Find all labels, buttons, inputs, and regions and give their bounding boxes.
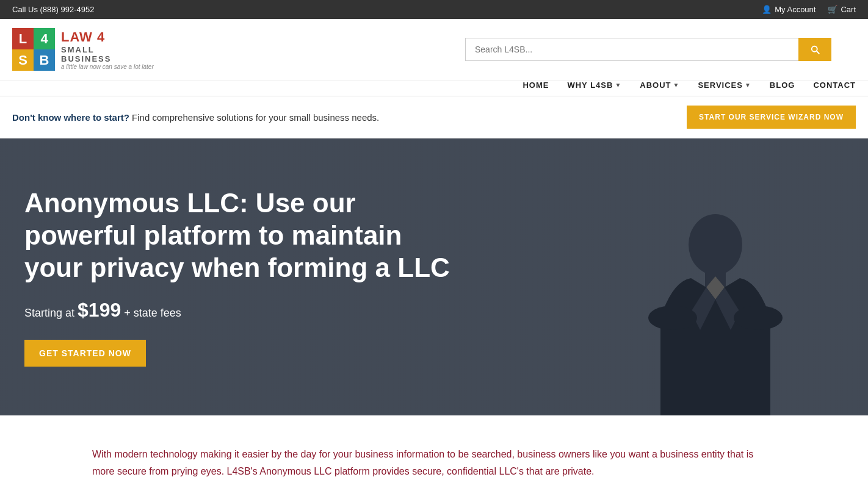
logo-tagline: a little law now can save a lot later [61, 63, 154, 70]
nav-label-about: ABOUT [640, 81, 671, 90]
logo-letter-4: 4 [40, 31, 48, 47]
logo-text: LAW 4 SMALL BUSINESS a little law now ca… [61, 29, 154, 70]
nav-item-contact[interactable]: CONTACT [813, 81, 856, 90]
logo-business: BUSINESS [61, 54, 154, 63]
logo-cell-l: L [12, 28, 34, 49]
nav-item-services[interactable]: SERVICES ▼ [698, 81, 751, 90]
logo-letter-b: B [40, 52, 49, 68]
body-section: With modern technology making it easier … [68, 415, 800, 488]
body-paragraph: With modern technology making it easier … [92, 446, 776, 479]
top-bar-right: 👤 My Account 🛒 Cart [762, 5, 856, 14]
nav-label-services: SERVICES [698, 81, 743, 90]
top-bar: Call Us (888) 992-4952 👤 My Account 🛒 Ca… [0, 0, 868, 19]
search-area [465, 38, 831, 61]
suit-silhouette-icon [612, 208, 819, 415]
hero-price: Starting at $199 + state fees [24, 299, 452, 321]
nav-label-home: HOME [523, 81, 549, 90]
my-account-link[interactable]: 👤 My Account [762, 5, 816, 14]
search-input[interactable] [465, 38, 798, 61]
nav-item-about[interactable]: ABOUT ▼ [640, 81, 679, 90]
logo-law4: LAW 4 [61, 29, 154, 45]
cart-link[interactable]: 🛒 Cart [828, 5, 856, 14]
hero-content: Anonymous LLC: Use our powerful platform… [24, 187, 452, 367]
logo-4: 4 [97, 29, 105, 45]
hero-section: Anonymous LLC: Use our powerful platform… [0, 138, 868, 415]
logo-letter-s: S [18, 52, 27, 68]
cart-label: Cart [841, 5, 856, 14]
nav-label-blog: BLOG [770, 81, 795, 90]
service-wizard-banner: Don't know where to start? Find comprehe… [0, 96, 868, 138]
nav-item-blog[interactable]: BLOG [770, 81, 795, 90]
hero-figure [563, 202, 868, 415]
logo-small: SMALL [61, 45, 154, 54]
hero-heading: Anonymous LLC: Use our powerful platform… [24, 187, 452, 284]
chevron-down-icon: ▼ [673, 82, 680, 88]
chevron-down-icon: ▼ [615, 82, 621, 88]
chevron-down-icon: ▼ [745, 82, 751, 88]
nav-label-contact: CONTACT [813, 81, 856, 90]
banner-regular-text: Find comprehensive solutions for your sm… [132, 112, 379, 123]
logo-letter-l: L [19, 31, 27, 47]
hero-price-prefix: Starting at [24, 307, 78, 319]
main-nav: HOME WHY L4SB ▼ ABOUT ▼ SERVICES ▼ BLOG … [0, 81, 868, 96]
my-account-label: My Account [775, 5, 816, 14]
hero-price-suffix: + state fees [121, 307, 181, 319]
svg-point-0 [689, 214, 742, 275]
logo-cell-s: S [12, 49, 34, 71]
person-icon: 👤 [762, 5, 772, 14]
cart-icon: 🛒 [828, 5, 837, 14]
search-icon [809, 44, 820, 55]
banner-bold-text: Don't know where to start? [12, 112, 129, 123]
logo-cell-4: 4 [34, 28, 55, 49]
hero-price-value: $199 [78, 299, 121, 321]
logo-area: L 4 S B LAW 4 SMALL BUSINESS a little la… [12, 28, 154, 71]
wizard-button[interactable]: START OUR SERVICE WIZARD NOW [687, 106, 856, 129]
nav-item-why-l4sb[interactable]: WHY L4SB ▼ [567, 81, 621, 90]
banner-text: Don't know where to start? Find comprehe… [12, 112, 379, 123]
svg-point-5 [648, 306, 697, 330]
nav-item-home[interactable]: HOME [523, 81, 549, 90]
logo-law: LAW [61, 29, 97, 45]
svg-point-6 [734, 306, 783, 330]
phone-label: Call Us (888) 992-4952 [12, 5, 94, 14]
logo-cell-b: B [34, 49, 55, 71]
nav-label-why-l4sb: WHY L4SB [567, 81, 613, 90]
hero-cta-button[interactable]: GET STARTED NOW [24, 340, 146, 367]
header: L 4 S B LAW 4 SMALL BUSINESS a little la… [0, 19, 868, 81]
logo-box: L 4 S B [12, 28, 55, 71]
search-button[interactable] [798, 38, 831, 61]
logo-link[interactable]: L 4 S B [12, 28, 55, 71]
